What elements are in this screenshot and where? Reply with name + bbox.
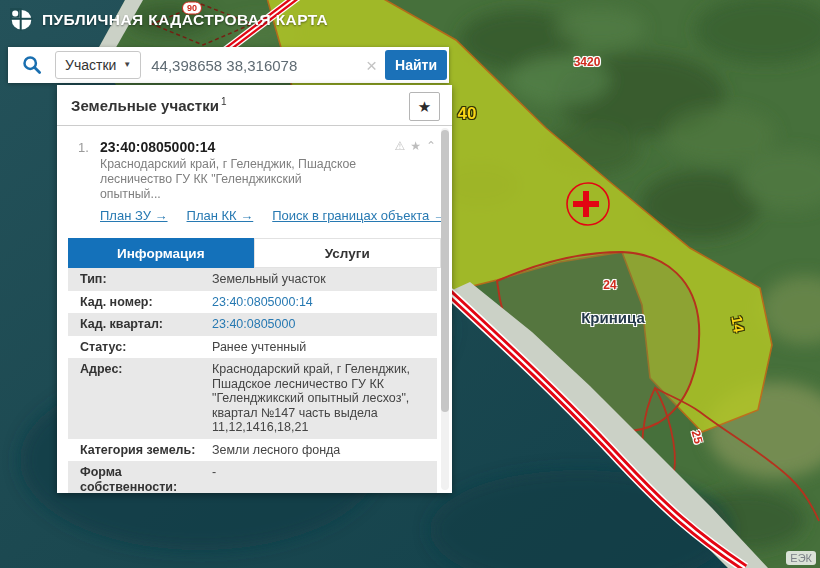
info-row-ownership: Форма собственности: - <box>68 461 437 493</box>
info-row-address: Адрес: Краснодарский край, г Геленджик, … <box>68 358 437 439</box>
cad-quarter-link[interactable]: 23:40:0805000 <box>212 317 437 332</box>
plan-kk-link[interactable]: План КК → <box>187 208 254 223</box>
app-header: ПУБЛИЧНАЯ КАДАСТРОВАЯ КАРТА <box>10 8 328 31</box>
results-panel: Земельные участки1 ★ 1. 23:40:0805000:14… <box>57 85 452 493</box>
favorite-star-icon[interactable]: ★ <box>410 139 421 153</box>
cad-number-link[interactable]: 23:40:0805000:14 <box>212 295 437 310</box>
info-row-cad-number: Кад. номер: 23:40:0805000:14 <box>68 291 437 314</box>
panel-body: 1. 23:40:0805000:14 Краснодарский край, … <box>57 126 452 492</box>
info-row-type: Тип: Земельный участок <box>68 268 437 291</box>
clear-search-icon[interactable]: × <box>366 56 377 75</box>
collapse-icon[interactable]: ⌃ <box>426 139 436 153</box>
panel-tabs: Информация Услуги <box>68 238 441 268</box>
info-table: Тип: Земельный участок Кад. номер: 23:40… <box>68 268 437 493</box>
tab-information[interactable]: Информация <box>68 238 254 268</box>
results-count: 1 <box>221 96 227 107</box>
scrollbar-thumb[interactable] <box>441 130 449 412</box>
star-icon: ★ <box>418 98 431 116</box>
plan-zu-link[interactable]: План ЗУ → <box>100 208 168 223</box>
pkk-app: 90 3420 40 24 Криница 14 25 ЕЭК ПУБЛИЧНА… <box>0 0 820 568</box>
search-bar: Участки ▼ × Найти <box>8 47 449 83</box>
result-item-icons: ⚠ ★ ⌃ <box>394 139 436 153</box>
pkk-logo-icon[interactable] <box>10 8 33 31</box>
warning-icon[interactable]: ⚠ <box>394 139 405 153</box>
panel-header: Земельные участки1 ★ <box>57 85 452 126</box>
info-row-land-category: Категория земель: Земли лесного фонда <box>68 439 437 462</box>
search-submit-button[interactable]: Найти <box>385 50 447 80</box>
result-list-item[interactable]: 1. 23:40:0805000:14 Краснодарский край, … <box>57 126 452 232</box>
panel-title: Земельные участки1 <box>71 96 226 114</box>
result-index: 1. <box>78 140 100 155</box>
result-links: План ЗУ → План КК → Поиск в границах объ… <box>100 208 408 223</box>
app-title: ПУБЛИЧНАЯ КАДАСТРОВАЯ КАРТА <box>42 11 328 29</box>
map-attribution: ЕЭК <box>786 551 816 565</box>
favorites-button[interactable]: ★ <box>409 92 440 121</box>
panel-scrollbar[interactable] <box>441 128 449 490</box>
info-row-cad-quarter: Кад. квартал: 23:40:0805000 <box>68 313 437 336</box>
search-category-label: Участки <box>65 57 116 73</box>
result-cadastral-number: 23:40:0805000:14 <box>100 139 215 155</box>
search-icon <box>22 55 42 75</box>
search-input[interactable] <box>141 57 364 74</box>
result-address: Краснодарский край, г Геленджик, Пшадско… <box>100 157 358 201</box>
info-row-status: Статус: Ранее учтенный <box>68 336 437 359</box>
search-category-dropdown[interactable]: Участки ▼ <box>55 51 141 79</box>
caret-down-icon: ▼ <box>123 61 131 69</box>
tab-services[interactable]: Услуги <box>254 238 442 268</box>
search-in-bounds-link[interactable]: Поиск в границах объекта → <box>272 208 446 223</box>
